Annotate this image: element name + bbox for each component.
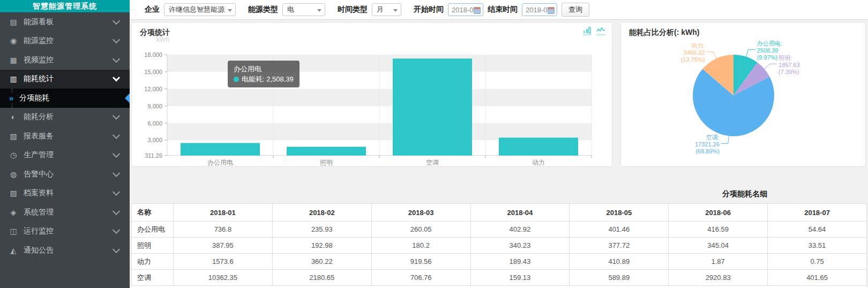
sidebar-item-10[interactable]: ◫运行监控 (0, 222, 130, 241)
svg-text:照明: 照明 (320, 159, 333, 166)
sidebar-item-11[interactable]: ◭通知公告 (0, 241, 130, 260)
svg-text:6,000: 6,000 (147, 120, 162, 127)
column-header: 2018-05 (570, 204, 669, 221)
caret-down-icon (393, 9, 398, 12)
table-header-row: 名称2018-012018-022018-032018-042018-05201… (132, 204, 867, 221)
caret-down-icon (228, 9, 232, 12)
bar-chart[interactable]: kWh311.263,0006,0009,00012,00015,00018,0… (132, 23, 612, 166)
svg-text:照明:1857.63(7.39%): 照明:1857.63(7.39%) (779, 55, 800, 75)
start-date-input[interactable]: 2018-01 (448, 3, 483, 16)
dashboard-icon: ▤ (9, 18, 18, 26)
energy-type-select[interactable]: 电 (282, 3, 325, 16)
report-icon: ▧ (9, 132, 18, 141)
table-cell: 260.05 (371, 221, 470, 238)
svg-text:空调:17321.26(68.89%): 空调:17321.26(68.89%) (695, 134, 720, 154)
sidebar-item-5[interactable]: ▧报表服务 (0, 127, 130, 146)
column-header: 名称 (132, 204, 174, 221)
sidebar-item-label: 能源监控 (24, 36, 114, 46)
svg-text:12,000: 12,000 (144, 86, 162, 92)
svg-text:15,000: 15,000 (144, 69, 162, 75)
column-header: 2018-06 (669, 204, 768, 221)
leaf-icon: ◐ (9, 113, 18, 121)
table-cell: 159.13 (470, 270, 570, 286)
clock-icon: ◷ (9, 151, 18, 159)
chevron-down-icon (113, 55, 120, 63)
table-cell: 54.64 (768, 221, 867, 238)
column-header: 2018-02 (272, 204, 371, 221)
sidebar-item-1[interactable]: ◉能源监控 (0, 32, 130, 51)
toolbox-line-type-icon[interactable] (596, 26, 605, 35)
chevron-down-icon (113, 17, 120, 25)
end-date-input[interactable]: 2018-07 (522, 3, 557, 16)
sidebar-item-0[interactable]: ▤能源看板 (0, 12, 130, 32)
sidebar-item-7[interactable]: ◍告警中心 (0, 165, 130, 184)
chevron-down-icon (113, 131, 120, 139)
table-cell: 0.75 (768, 254, 867, 270)
column-header: 2018-07 (768, 204, 867, 221)
table-cell: 345.04 (669, 238, 768, 254)
table-row: 动力1573.6360.22919.56189.43410.891.870.75 (132, 254, 867, 270)
table-row: 办公用电736.8235.93260.05402.92401.46416.595… (132, 221, 867, 238)
monitor-icon: ◫ (9, 227, 18, 235)
table-cell: 736.8 (174, 221, 273, 238)
table-cell: 401.46 (570, 221, 669, 238)
sidebar-item-label: 档案资料 (24, 188, 114, 198)
app-title: 智慧能源管理系统 (0, 0, 130, 12)
table-cell: 377.72 (570, 238, 669, 254)
svg-text:动力: 动力 (532, 159, 545, 166)
pie-chart-panel: 能耗占比分析(: kWh) 办公用电:2508.39(9.97%)照明:1857… (620, 22, 866, 167)
caret-down-icon (317, 9, 321, 12)
sidebar-subitem[interactable]: »分项能耗 (0, 88, 130, 108)
table-cell: 192.98 (272, 238, 371, 254)
sidebar-item-2[interactable]: ▦视频监控 (0, 50, 130, 70)
chevron-down-icon (113, 188, 120, 196)
svg-text:空调: 空调 (426, 159, 439, 166)
chevron-down-icon (113, 36, 120, 43)
table-cell: 401.65 (768, 270, 867, 286)
toolbox-bar-type-icon[interactable] (583, 26, 592, 35)
svg-text:办公用电: 办公用电 (207, 159, 233, 166)
sidebar-item-6[interactable]: ◷生产管理 (0, 146, 130, 165)
sidebar-item-label: 运行监控 (24, 226, 114, 236)
bell-icon: ◍ (9, 170, 18, 179)
chart-toolbox (583, 26, 605, 35)
sidebar-item-3[interactable]: ▥能耗统计 (0, 70, 130, 89)
table-row: 照明387.95192.98180.2340.23377.72345.0433.… (132, 238, 867, 254)
sidebar: 智慧能源管理系统 ▤能源看板◉能源监控▦视频监控▥能耗统计»分项能耗◐能耗分析▧… (0, 0, 130, 288)
column-header: 2018-03 (371, 204, 470, 221)
sidebar-item-label: 生产管理 (24, 150, 114, 160)
table-cell: 360.22 (272, 254, 371, 270)
sidebar-item-8[interactable]: ▨档案资料 (0, 184, 130, 203)
active-item-marker (125, 93, 130, 103)
table-cell: 919.56 (371, 254, 470, 270)
enterprise-select[interactable]: 许继信息智慧能源 (164, 3, 236, 16)
chevron-down-icon (113, 74, 120, 82)
sidebar-item-label: 视频监控 (24, 55, 114, 65)
sidebar-item-9[interactable]: ◈系统管理 (0, 203, 130, 222)
archive-icon: ▨ (9, 189, 18, 197)
pie-chart[interactable]: 办公用电:2508.39(9.97%)照明:1857.63(7.39%)空调:1… (621, 23, 865, 166)
enterprise-select-value: 许继信息智慧能源 (169, 5, 225, 14)
table-title: 分项能耗名细 (131, 189, 868, 199)
table-cell: 416.59 (669, 221, 768, 238)
energy-type-label: 能源类型 (248, 5, 278, 14)
query-button[interactable]: 查询 (562, 3, 589, 17)
row-label: 动力 (132, 254, 174, 270)
table-cell: 1573.6 (174, 254, 273, 270)
filter-toolbar: 企业 许继信息智慧能源 能源类型 电 时间类型 月 开始时间 2018-01 结… (130, 0, 868, 20)
energy-detail-table: 名称2018-012018-022018-032018-042018-05201… (131, 203, 867, 286)
row-label: 空调 (132, 270, 174, 286)
table-cell: 10362.35 (174, 270, 273, 286)
table-cell: 235.93 (272, 221, 371, 238)
sidebar-item-4[interactable]: ◐能耗分析 (0, 108, 130, 127)
camera-icon: ◉ (9, 36, 18, 45)
chevron-down-icon (113, 208, 120, 215)
svg-text:18,000: 18,000 (144, 51, 162, 58)
table-row: 空调10362.352180.65706.76159.13589.892920.… (132, 270, 867, 286)
row-label: 办公用电 (132, 221, 174, 238)
svg-text:动力:3456.32(13.75%): 动力:3456.32(13.75%) (681, 42, 705, 63)
table-cell: 387.95 (174, 238, 273, 254)
start-time-label: 开始时间 (414, 5, 444, 14)
time-type-select-value: 月 (377, 5, 384, 14)
time-type-select[interactable]: 月 (372, 3, 401, 16)
